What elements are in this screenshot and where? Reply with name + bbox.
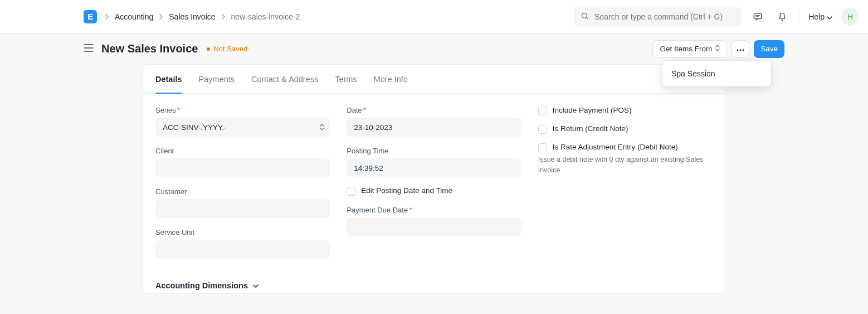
tab-details[interactable]: Details: [155, 65, 182, 93]
get-items-from-label: Get Items From: [660, 45, 712, 53]
chevron-right-icon: [159, 12, 163, 21]
posting-time-label: Posting Time: [347, 147, 521, 155]
accounting-dimensions-label: Accounting Dimensions: [155, 281, 248, 290]
nav-separator: [799, 11, 799, 23]
is-rate-adj-label: Is Rate Adjustment Entry (Debit Note): [553, 143, 678, 151]
page-header: New Sales Invoice Not Saved Get Items Fr…: [0, 33, 868, 64]
is-rate-adj-checkbox[interactable]: [538, 143, 547, 152]
chevron-right-icon: [221, 12, 226, 21]
svg-point-3: [740, 50, 742, 51]
sidebar-toggle-icon[interactable]: [84, 44, 94, 54]
date-input[interactable]: [347, 118, 521, 137]
edit-posting-checkbox[interactable]: [347, 187, 355, 196]
form-card: Details Payments Contact & Address Terms…: [143, 64, 725, 294]
dropdown-item-spa-session[interactable]: Spa Session: [662, 64, 771, 83]
select-arrows-icon: [320, 124, 324, 131]
payment-due-date-input[interactable]: [347, 218, 521, 236]
breadcrumb-accounting[interactable]: Accounting: [115, 12, 153, 21]
series-label: Series*: [155, 106, 330, 114]
help-dropdown[interactable]: Help: [808, 12, 832, 21]
svg-rect-1: [754, 13, 762, 19]
avatar[interactable]: H: [841, 8, 859, 26]
breadcrumb-sales-invoice[interactable]: Sales Invoice: [169, 12, 215, 21]
help-label: Help: [808, 12, 825, 21]
app-logo[interactable]: E: [84, 10, 97, 23]
chat-icon[interactable]: [750, 9, 765, 25]
chevron-down-icon: [827, 12, 832, 21]
top-navbar: E Accounting Sales Invoice new-sales-inv…: [0, 0, 868, 33]
global-search[interactable]: [574, 7, 741, 27]
get-items-from-button[interactable]: Get Items From: [652, 40, 727, 58]
status-badge: Not Saved: [207, 45, 247, 53]
accounting-dimensions-section[interactable]: Accounting Dimensions: [143, 271, 725, 293]
svg-point-2: [737, 50, 739, 51]
form-tabs: Details Payments Contact & Address Terms…: [143, 65, 725, 94]
bell-icon[interactable]: [774, 9, 790, 25]
is-rate-adj-description: Issue a debit note with 0 qty against an…: [538, 154, 713, 176]
client-label: Client: [155, 147, 330, 155]
client-input[interactable]: [155, 158, 330, 177]
tab-more-info[interactable]: More Info: [374, 65, 408, 93]
tab-payments[interactable]: Payments: [199, 65, 235, 93]
is-return-label: Is Return (Credit Note): [553, 124, 628, 133]
dots-horizontal-icon: [737, 45, 744, 53]
breadcrumb-current: new-sales-invoice-2: [231, 12, 300, 21]
is-return-checkbox[interactable]: [538, 125, 547, 134]
date-label: Date*: [347, 106, 521, 114]
search-input[interactable]: [594, 12, 734, 21]
chevron-right-icon: [105, 12, 109, 21]
svg-point-4: [743, 50, 744, 51]
service-unit-label: Service Unit: [155, 228, 330, 236]
status-dot-icon: [207, 47, 210, 51]
include-payment-label: Include Payment (POS): [553, 106, 632, 114]
breadcrumb: Accounting Sales Invoice new-sales-invoi…: [105, 12, 300, 21]
tab-contact-address[interactable]: Contact & Address: [251, 65, 318, 93]
status-text: Not Saved: [213, 45, 247, 53]
tab-terms[interactable]: Terms: [335, 65, 357, 93]
service-unit-input[interactable]: [155, 240, 330, 259]
include-payment-checkbox[interactable]: [538, 107, 547, 115]
customer-input[interactable]: [155, 199, 330, 218]
customer-label: Customer: [155, 187, 330, 196]
chevron-down-icon: [252, 281, 259, 290]
series-select[interactable]: ACC-SINV-.YYYY.-: [155, 118, 330, 137]
payment-due-date-label: Payment Due Date*: [347, 206, 521, 214]
edit-posting-label: Edit Posting Date and Time: [361, 186, 452, 195]
get-items-from-dropdown: Spa Session: [662, 61, 771, 86]
form-body: Series* ACC-SINV-.YYYY.- Client Customer: [143, 94, 725, 271]
search-icon: [581, 12, 589, 22]
select-arrows-icon: [715, 45, 720, 53]
page-title: New Sales Invoice: [101, 42, 198, 55]
save-button[interactable]: Save: [754, 40, 784, 58]
more-menu-button[interactable]: [732, 40, 749, 58]
posting-time-input[interactable]: [347, 158, 521, 177]
